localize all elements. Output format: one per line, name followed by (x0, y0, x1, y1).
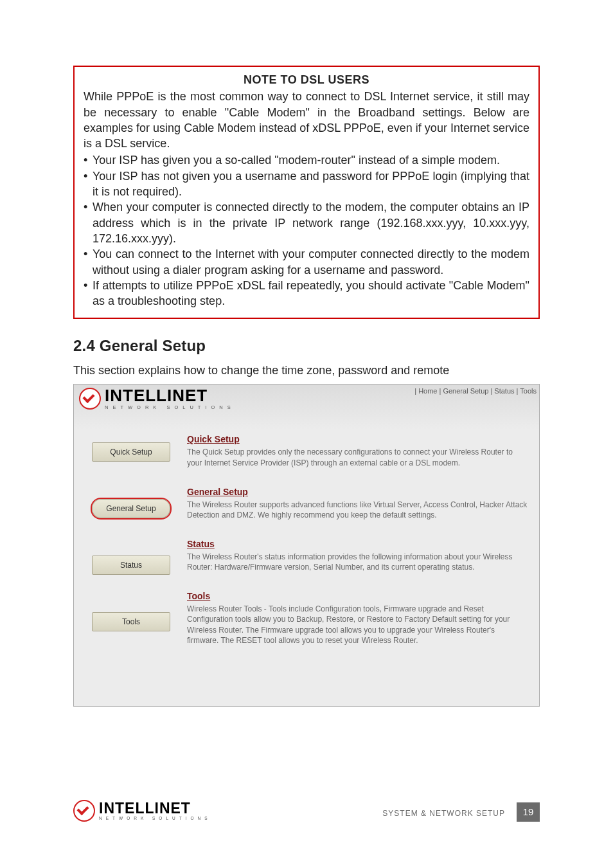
content-text: Wireless Router Tools - Tools include Co… (187, 604, 528, 646)
footer-logo: INTELLINET NETWORK SOLUTIONS (73, 800, 211, 822)
sidebar-btn-general-setup[interactable]: General Setup (92, 499, 170, 518)
router-content: Quick Setup The Quick Setup provides onl… (187, 433, 528, 663)
content-block-tools: Tools Wireless Router Tools - Tools incl… (187, 590, 528, 646)
note-bullet: If attempts to utilize PPPoE xDSL fail r… (84, 278, 529, 309)
sidebar-btn-tools[interactable]: Tools (92, 612, 170, 631)
content-title[interactable]: Quick Setup (187, 433, 528, 446)
note-bullet: You can connect to the Internet with you… (84, 246, 529, 278)
checkmark-logo-icon (79, 388, 101, 410)
footer-brand-large: INTELLINET (99, 801, 211, 816)
footer-page-number: 19 (517, 802, 540, 822)
content-block-quick-setup: Quick Setup The Quick Setup provides onl… (187, 433, 528, 467)
router-top-nav[interactable]: | Home | General Setup | Status | Tools (414, 387, 537, 395)
content-text: The Quick Setup provides only the necess… (187, 447, 528, 467)
content-text: The Wireless Router supports advanced fu… (187, 500, 528, 520)
note-bullet: Your ISP has given you a so-called "mode… (84, 152, 529, 168)
content-title[interactable]: General Setup (187, 486, 528, 498)
router-brand-small: NETWORK SOLUTIONS (105, 405, 235, 410)
note-bullet: Your ISP has not given you a username an… (84, 168, 529, 200)
content-title[interactable]: Tools (187, 590, 528, 602)
page-footer: INTELLINET NETWORK SOLUTIONS SYSTEM & NE… (73, 800, 540, 829)
sidebar-btn-status[interactable]: Status (92, 556, 170, 575)
note-title: NOTE TO DSL USERS (84, 72, 529, 87)
note-to-dsl-users-box: NOTE TO DSL USERS While PPPoE is the mos… (73, 66, 540, 319)
router-sidebar: Quick Setup General Setup Status Tools (92, 442, 175, 669)
router-brand-large: INTELLINET (105, 387, 235, 404)
content-block-general-setup: General Setup The Wireless Router suppor… (187, 486, 528, 520)
footer-section-label: SYSTEM & NETWORK SETUP (382, 809, 505, 818)
content-block-status: Status The Wireless Router's status info… (187, 538, 528, 572)
section-subtext: This section explains how to change the … (73, 364, 540, 377)
content-title[interactable]: Status (187, 538, 528, 550)
note-bullet: When your computer is connected directly… (84, 199, 529, 246)
content-text: The Wireless Router's status information… (187, 552, 528, 572)
sidebar-btn-quick-setup[interactable]: Quick Setup (92, 442, 170, 462)
router-ui-screenshot: | Home | General Setup | Status | Tools … (73, 384, 540, 707)
note-intro: While PPPoE is the most common way to co… (84, 89, 529, 151)
section-heading: 2.4 General Setup (73, 337, 540, 355)
router-logo: INTELLINET NETWORK SOLUTIONS (79, 387, 235, 410)
note-bullet-list: Your ISP has given you a so-called "mode… (84, 152, 529, 309)
footer-brand-small: NETWORK SOLUTIONS (99, 817, 211, 821)
checkmark-logo-icon (73, 800, 95, 822)
